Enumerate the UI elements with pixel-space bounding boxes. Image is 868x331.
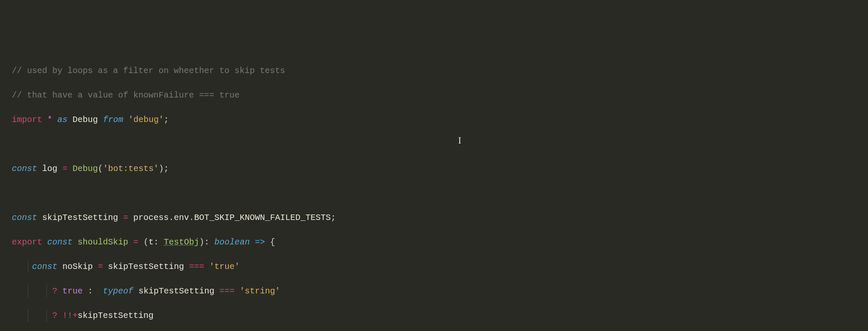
variable-name: noSkip xyxy=(62,262,93,271)
code-line[interactable]: const noSkip = skipTestSetting === 'true… xyxy=(12,260,868,273)
operator-plus: + xyxy=(73,311,78,320)
code-line[interactable]: ? !!+skipTestSetting xyxy=(12,309,868,322)
keyword-typeof: typeof xyxy=(103,286,133,296)
operator-strict-eq: === xyxy=(219,286,235,296)
identifier: skipTestSetting xyxy=(78,311,154,320)
identifier: skipTestSetting xyxy=(138,286,214,296)
operator-strict-eq: === xyxy=(189,262,204,271)
brace-open: { xyxy=(270,237,275,247)
code-line[interactable]: const skipTestSetting = process.env.BOT_… xyxy=(12,212,868,224)
variable-name: skipTestSetting xyxy=(42,213,118,222)
code-editor[interactable]: // used by loops as a filter on wheether… xyxy=(0,49,868,331)
function-call: Debug xyxy=(73,164,98,174)
code-line[interactable]: const log = Debug('bot:tests'); xyxy=(12,163,868,175)
keyword-as: as xyxy=(57,115,67,125)
keyword-const: const xyxy=(47,237,73,247)
keyword-export: export xyxy=(12,237,42,247)
keyword-import: import xyxy=(12,115,42,125)
colon: : xyxy=(204,237,209,247)
string-literal: 'bot:tests' xyxy=(103,164,159,174)
arrow-operator: => xyxy=(255,237,265,247)
dot: . xyxy=(189,213,194,222)
keyword-const: const xyxy=(12,164,37,174)
wildcard-star: * xyxy=(47,115,52,125)
variable-name: log xyxy=(42,164,57,174)
function-name: shouldSkip xyxy=(78,237,128,247)
type-annotation: TestObj xyxy=(164,237,199,247)
property: BOT_SKIP_KNOWN_FAILED_TESTS xyxy=(194,213,331,222)
semicolon: ; xyxy=(164,115,169,125)
paren-close: ) xyxy=(199,237,204,247)
ternary-q: ? xyxy=(52,286,57,296)
string-literal: 'true' xyxy=(209,262,240,271)
ternary-q: ? xyxy=(52,311,57,320)
operator-assign: = xyxy=(123,213,128,222)
text-cursor-icon: I xyxy=(458,134,461,147)
code-line[interactable]: export const shouldSkip = (t: TestObj): … xyxy=(12,236,868,248)
object-name: process xyxy=(133,213,169,222)
colon: : xyxy=(154,237,159,247)
code-line-empty[interactable] xyxy=(12,187,868,199)
code-line-empty[interactable] xyxy=(12,138,868,150)
keyword-const: const xyxy=(32,262,57,271)
identifier: Debug xyxy=(73,115,98,125)
comment-text: // used by loops as a filter on wheether… xyxy=(12,66,285,76)
boolean-true: true xyxy=(62,286,83,296)
code-line[interactable]: ? true : typeof skipTestSetting === 'str… xyxy=(12,285,868,297)
operator-not-not: !! xyxy=(62,311,73,320)
identifier: skipTestSetting xyxy=(108,262,184,271)
property: env xyxy=(174,213,189,222)
operator-assign: = xyxy=(62,164,67,174)
comment-text: // that have a value of knownFailure ===… xyxy=(12,90,240,100)
string-literal: 'string' xyxy=(240,286,280,296)
return-type: boolean xyxy=(214,237,250,247)
paren-open: ( xyxy=(143,237,148,247)
keyword-from: from xyxy=(103,115,123,125)
paren-close-semi: ); xyxy=(159,164,169,174)
operator-assign: = xyxy=(98,262,103,271)
code-line[interactable]: // that have a value of knownFailure ===… xyxy=(12,89,868,101)
code-line[interactable]: import * as Debug from 'debug'; xyxy=(12,114,868,126)
string-literal: 'debug' xyxy=(128,115,164,125)
ternary-colon: : xyxy=(88,286,93,296)
dot: . xyxy=(169,213,174,222)
paren-open: ( xyxy=(98,164,103,174)
operator-assign: = xyxy=(133,237,138,247)
code-line[interactable]: // used by loops as a filter on wheether… xyxy=(12,65,868,77)
semicolon: ; xyxy=(331,213,336,222)
keyword-const: const xyxy=(12,213,37,222)
param-name: t xyxy=(148,237,154,247)
